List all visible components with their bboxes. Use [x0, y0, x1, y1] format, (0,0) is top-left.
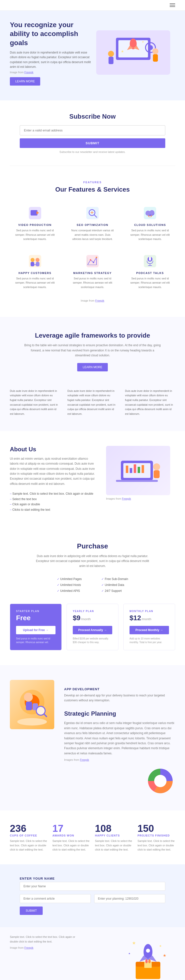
feature-video-desc: Sed purus in mollis nunc sed id semper. … [12, 228, 57, 242]
purchase-features-col1: Unlimited Pages Unlimited Hosts Unlimite… [57, 576, 82, 594]
svg-point-65 [154, 775, 166, 787]
svg-rect-43 [149, 257, 151, 261]
about-credit-link[interactable]: Freepik [122, 497, 131, 500]
contact-phone-input[interactable] [94, 894, 165, 903]
contact-section: Enter your Name SUBMIT [0, 864, 185, 927]
footer-image-credit: Image from Freepik [10, 946, 88, 949]
agile-col-2: Duis aute irure dolor in reprehenderit i… [67, 389, 117, 416]
stat-label-projects: PROJECTS FINISHED [138, 834, 175, 837]
feature-marketing-name: MARKETING STRATEGY [70, 272, 115, 274]
plan-btn-monthly[interactable]: Proceed Monthly → [129, 626, 169, 634]
purchase-feature-3: Unlimited APIS [57, 588, 82, 594]
strategic-illustration-1 [10, 680, 54, 729]
stat-number-coffee: 236 [10, 823, 48, 834]
hero-illustration-image: ★ ★ [96, 30, 170, 75]
footer-text: Sample text. Click to select the text bo… [10, 935, 88, 949]
svg-rect-55 [154, 470, 159, 478]
plan-type-monthly: MONTHLY PLAN [129, 610, 169, 612]
subscribe-submit-button[interactable]: SUBMIT [20, 138, 165, 148]
about-illustration [106, 446, 170, 495]
feature-happy-name: HAPPY CUSTOMERS [12, 272, 57, 274]
stat-desc-clients: Sample text. Click to select the text bo… [95, 839, 133, 852]
purchase-section: Purchase Duis aute irure dolor in adipis… [0, 528, 185, 665]
strategic-image-credit: Images from Freepik [64, 758, 175, 761]
svg-rect-53 [142, 465, 144, 473]
stat-projects: 150 PROJECTS FINISHED Sample text. Click… [138, 823, 175, 852]
strategic-svg-1 [12, 682, 52, 727]
hero-content: You recognize your ability to accomplish… [10, 21, 94, 86]
stat-number-clients: 108 [95, 823, 133, 834]
svg-rect-49 [126, 466, 128, 473]
feature-seo: SEO OPTIMIZATION Nunc consequat interdum… [67, 203, 117, 244]
svg-rect-32 [30, 262, 34, 266]
feature-video: VIDEO PRODUCTION Sed purus in mollis nun… [10, 203, 60, 244]
footer-description: Sample text. Click to select the text bo… [10, 935, 84, 944]
hamburger-menu[interactable] [170, 3, 175, 7]
stat-number-awards: 17 [53, 823, 90, 834]
hero-section: You recognize your ability to accomplish… [0, 11, 185, 100]
footer-illustration-container: ★ ★ ★ ★ [97, 935, 175, 980]
feature-happy-icon [25, 254, 45, 269]
svg-text:★: ★ [121, 49, 124, 53]
stat-desc-awards: Sample text. Click to select the text bo… [53, 839, 90, 852]
feature-podcast-icon [140, 254, 160, 269]
svg-point-38 [96, 257, 97, 258]
hero-description: Duis aute irure dolor in reprehenderit i… [10, 50, 94, 69]
purchase-feature-1: Unlimited Pages [57, 576, 82, 582]
feature-podcast: PODCAST TALKS Sed purus in mollis nunc s… [125, 251, 175, 292]
features-grid: VIDEO PRODUCTION Sed purus in mollis nun… [10, 203, 175, 292]
svg-point-8 [108, 51, 114, 57]
stats-section: 236 CUPS OF COFFEE Sample text. Click to… [0, 811, 185, 864]
contact-form-row [20, 894, 165, 903]
plan-btn-yearly[interactable]: Proceed Annually → [73, 626, 112, 634]
strategic-credit-link[interactable]: Freepik [80, 758, 89, 761]
agile-more-button[interactable]: LEARN MORE [77, 363, 108, 371]
svg-point-25 [150, 210, 155, 215]
feature-seo-icon [83, 206, 102, 221]
pricing-card-monthly: MONTHLY PLAN $12 /month Proceed Monthly … [123, 604, 175, 650]
learn-more-button[interactable]: LEARN MORE [10, 77, 40, 86]
svg-point-37 [93, 262, 94, 263]
features-credit-link[interactable]: Freepik [95, 299, 104, 302]
agile-columns: Duis aute irure dolor in reprehenderit i… [10, 389, 175, 416]
about-list-item-4: Clicks to start editing the text [10, 507, 96, 513]
plan-note-monthly: Add up to 10 more websites monthly. Tota… [129, 637, 169, 644]
svg-point-77 [145, 959, 148, 963]
hero-illustration-container: ★ ★ [96, 30, 175, 75]
pricing-card-yearly: YEARLY PLAN $9 /month Proceed Annually →… [67, 604, 118, 650]
plan-note-yearly: Billed $108 per website annually. $36 ch… [73, 637, 112, 644]
contact-submit-button[interactable]: SUBMIT [20, 907, 43, 915]
stats-grid: 236 CUPS OF COFFEE Sample text. Click to… [10, 823, 175, 852]
feature-video-icon [25, 206, 45, 221]
agile-section: Leverage agile frameworks to provide Bri… [0, 317, 185, 431]
feature-marketing-icon [83, 254, 102, 269]
feature-podcast-name: PODCAST TALKS [128, 272, 173, 274]
svg-point-31 [35, 258, 40, 262]
svg-point-59 [24, 693, 33, 702]
hero-title: You recognize your ability to accomplish… [10, 21, 94, 47]
app-dev-section: APP DEVELOPMENT Develop an on-demand app… [64, 687, 175, 703]
plan-btn-starter[interactable]: Upload for Free → [16, 626, 56, 634]
svg-text:★: ★ [142, 40, 144, 43]
svg-point-72 [146, 949, 150, 953]
strategic-images [10, 680, 54, 729]
svg-point-36 [90, 259, 91, 261]
about-section: About Us Ut enim ad minim veniam, quis n… [0, 431, 185, 528]
agile-col-3: Duis aute irure dolor in reprehenderit i… [125, 389, 175, 416]
plan-type-starter: Starter Plan [16, 610, 56, 612]
contact-name-input[interactable] [20, 882, 165, 891]
hero-credit-link[interactable]: Freepik [24, 71, 33, 74]
purchase-feature-6: 24/7 Support [101, 588, 128, 594]
footer-credit-link[interactable]: Freepik [24, 946, 33, 949]
plan-price-yearly: $9 /month [73, 614, 112, 622]
feature-happy-desc: Sed purus in mollis nunc sed id semper. … [12, 277, 57, 290]
svg-rect-50 [130, 468, 132, 473]
footer-section: Sample text. Click to select the text bo… [0, 927, 185, 980]
purchase-description: Duis aute irure dolor in adipiscing elit… [33, 554, 152, 569]
subscribe-email-input[interactable] [20, 125, 165, 135]
contact-email-input[interactable] [20, 894, 91, 903]
feature-happy: HAPPY CUSTOMERS Sed purus in mollis nunc… [10, 251, 60, 292]
features-title: Our Features & Services [10, 186, 175, 193]
feature-seo-name: SEO OPTIMIZATION [70, 223, 115, 226]
svg-rect-60 [26, 702, 32, 710]
